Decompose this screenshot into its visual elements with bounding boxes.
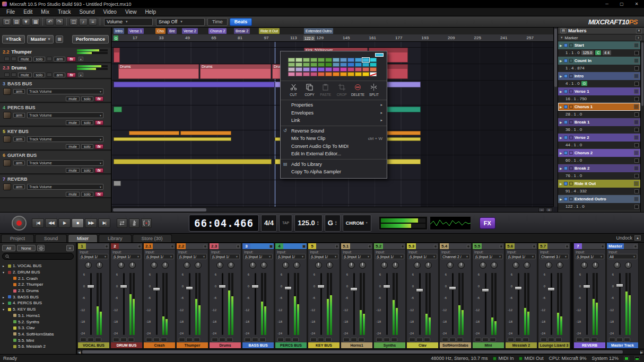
mixer-channel-strip[interactable]: 2.1 Input: (L)Input 1/ ▼ 60-6-12-18-24 C… [143, 243, 176, 349]
chevron-down-icon[interactable]: ▾ [79, 57, 83, 61]
eq-knob[interactable] [614, 262, 621, 269]
marker-options-button[interactable] [634, 197, 639, 201]
input-source-dropdown[interactable]: (L)Input 1/ ▼ [474, 254, 503, 259]
tree-arrow-icon[interactable]: ▸ [3, 295, 6, 299]
marker-play-icon[interactable]: ▶ [560, 197, 562, 201]
track-collapse-icon[interactable] [4, 57, 10, 61]
color-swatch[interactable] [355, 63, 362, 67]
mixer-scrollbar[interactable]: ◀ ▶ [77, 349, 644, 354]
bus-track-header[interactable]: 4 PERCS BUS arm Track Volume ▾ mute solo… [0, 103, 111, 127]
color-swatch[interactable] [340, 72, 347, 76]
key-spinner[interactable]: ▲▼ [335, 220, 337, 226]
pan-knob[interactable] [458, 262, 465, 269]
mixer-channel-strip[interactable]: 5.5 Input: (L)Input 1/ ▼ 60-6-12-18-24 M… [472, 243, 504, 349]
input-source-dropdown[interactable]: (L)Input 1/ ▼ [408, 254, 437, 259]
strip-track-name[interactable]: Drums [210, 342, 241, 348]
marker-options-button[interactable] [634, 120, 639, 125]
mixer-channel-strip[interactable]: 2.3 Input: (L)Input 1/ ▼ 60-6-12-18-24 D… [209, 243, 241, 349]
arm-button[interactable]: arm [54, 57, 65, 61]
strip-select-box[interactable] [634, 245, 637, 248]
strip-track-name[interactable]: KEY BUS [308, 342, 340, 348]
audio-clip[interactable] [114, 159, 272, 164]
color-swatch[interactable] [303, 63, 310, 67]
timeline-horizontal-scrollbar[interactable]: − + [112, 207, 553, 212]
marker-play-icon[interactable]: ▶ [560, 166, 562, 170]
fx-button[interactable]: fx [95, 144, 103, 149]
mute-button[interactable] [146, 338, 152, 342]
gear-icon[interactable] [37, 245, 45, 251]
fader-handle[interactable] [350, 287, 358, 291]
audio-clip[interactable] [114, 107, 122, 112]
arm-button[interactable]: arm [13, 113, 25, 118]
timeline-vertical-scrollbar[interactable] [553, 28, 558, 207]
color-swatch[interactable] [347, 67, 354, 72]
arm-button[interactable]: arm [54, 73, 65, 77]
strip-select-box[interactable] [500, 245, 503, 248]
pan-knob[interactable] [491, 262, 498, 269]
section-marker-flag[interactable]: Intro [114, 28, 124, 34]
color-swatch[interactable] [370, 58, 377, 62]
menu-item-sound[interactable]: Sound [75, 8, 99, 16]
markers-close-button[interactable]: ✕ [636, 29, 642, 33]
marker-play-icon[interactable]: ▶ [560, 151, 562, 155]
eq-knob[interactable] [282, 262, 289, 269]
eq-knob[interactable] [414, 262, 421, 269]
strip-select-box[interactable] [204, 245, 207, 248]
menu-item-file[interactable]: File [2, 8, 19, 16]
fader-handle[interactable] [616, 284, 623, 287]
menu-item-view[interactable]: View [121, 8, 141, 16]
strip-select-box[interactable] [237, 245, 240, 248]
eq-knob[interactable] [151, 262, 158, 269]
markers-menu-icon[interactable]: ▤ [560, 28, 567, 33]
instrument-icon[interactable] [3, 112, 11, 119]
color-swatch[interactable] [310, 67, 317, 72]
time-display[interactable]: 66:04.466 [189, 215, 259, 232]
mixer-channel-strip[interactable]: 2 Input: (L)Input 1/ ▼ 60-6-12-18-24 DRU… [110, 243, 143, 349]
eq-knob[interactable] [480, 262, 486, 269]
mute-button[interactable] [343, 338, 350, 342]
volume-fader[interactable] [283, 272, 293, 336]
track-collapse-icon[interactable] [4, 73, 10, 77]
mixer-tree-item[interactable]: ▾ 5. KEY BUS [0, 306, 76, 313]
undock-control[interactable]: Undock ▲ [616, 234, 644, 242]
fx-button[interactable]: fx [67, 57, 75, 61]
mixer-channel-strip[interactable]: 1 Input: (L)Input 1/ ▼ 60-6-12-18-24 VOC… [77, 243, 110, 349]
audio-clip[interactable] [114, 181, 121, 186]
strip-header[interactable]: 2.3 [210, 243, 241, 250]
fader-handle[interactable] [383, 285, 390, 288]
track-name[interactable]: Drums [12, 65, 27, 70]
instrument-icon[interactable] [3, 136, 11, 143]
fx-button[interactable] [490, 338, 496, 342]
audio-clip[interactable] [180, 131, 231, 135]
punch-in-out-icon[interactable] [141, 218, 152, 228]
menu-item-edit-in-external-editor-[interactable]: Edit In External Editor... [281, 150, 387, 158]
track-name[interactable]: GUITAR BUS [7, 153, 37, 158]
strip-select-box[interactable] [467, 245, 470, 248]
marker-options-button[interactable] [634, 181, 639, 186]
eq-knob[interactable] [447, 262, 454, 269]
marker-options-button[interactable] [634, 43, 639, 48]
section-marker-flag[interactable]: Extended Outro [304, 28, 333, 34]
fx-button[interactable]: fx [95, 120, 103, 125]
strip-select-box[interactable] [269, 245, 273, 248]
color-swatch[interactable] [362, 58, 369, 62]
color-swatch[interactable] [288, 67, 295, 72]
master-grid-icon[interactable]: ▦ [56, 36, 63, 43]
mixer-search-input[interactable] [12, 254, 65, 259]
volume-fader[interactable] [185, 272, 194, 336]
mixer-channel-strip[interactable]: 5.1 Input: (L)Input 1/ ▼ 60-6-12-18-24 H… [341, 243, 373, 349]
eq-knob[interactable] [315, 262, 322, 269]
color-swatch[interactable] [333, 72, 340, 76]
marker-play-icon[interactable]: ▶ [560, 182, 562, 186]
settings-icon[interactable]: ≡ [89, 18, 97, 25]
color-swatch[interactable] [310, 72, 317, 76]
fx-button[interactable] [194, 338, 200, 342]
mixer-tree-item[interactable]: 5.1. Horns1 [0, 313, 76, 319]
rewind-button[interactable]: ◀◀ [45, 218, 57, 228]
color-swatch[interactable] [303, 72, 310, 76]
strip-track-name[interactable]: Horns1 [341, 342, 372, 348]
scroll-left-icon[interactable]: ◀ [77, 350, 82, 354]
solo-button[interactable] [515, 338, 521, 342]
marker-row-button[interactable] [634, 51, 639, 55]
color-swatch[interactable] [310, 58, 317, 62]
